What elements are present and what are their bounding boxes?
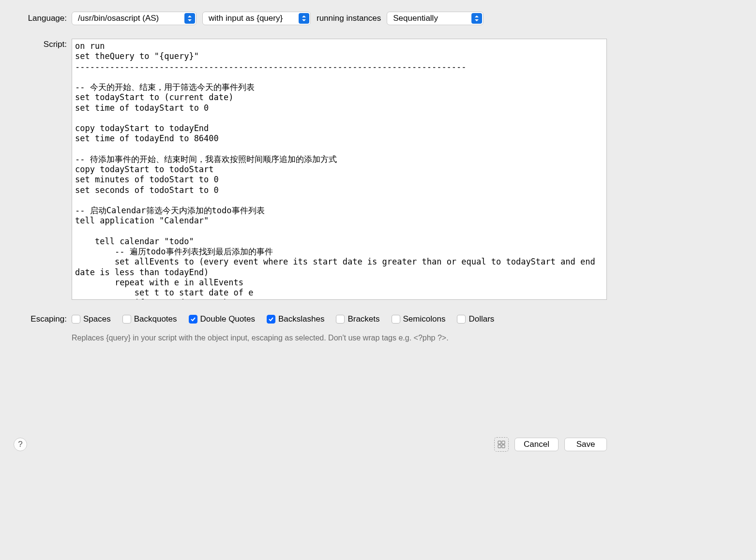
checkbox-icon <box>122 315 131 324</box>
escaping-double-quotes[interactable]: Double Quotes <box>189 314 255 324</box>
checkbox-label: Dollars <box>469 314 494 324</box>
bottom-bar: ? Cancel Save <box>14 437 607 452</box>
chevron-updown-icon <box>184 13 195 24</box>
svg-rect-3 <box>502 445 505 448</box>
checkbox-label: Semicolons <box>403 314 446 324</box>
checkbox-label: Spaces <box>83 314 111 324</box>
checkbox-icon <box>336 315 345 324</box>
checkbox-icon <box>72 315 80 324</box>
checkbox-icon <box>189 315 197 324</box>
cancel-button[interactable]: Cancel <box>514 438 559 451</box>
svg-rect-2 <box>498 445 501 448</box>
escaping-backquotes[interactable]: Backquotes <box>122 314 177 324</box>
script-config-panel: Language: /usr/bin/osascript (AS) with i… <box>0 0 620 460</box>
checkbox-label: Double Quotes <box>200 314 255 324</box>
instances-select-value: Sequentially <box>393 14 438 23</box>
escaping-semicolons[interactable]: Semicolons <box>392 314 446 324</box>
input-mode-select[interactable]: with input as {query} <box>202 12 311 25</box>
escaping-spaces[interactable]: Spaces <box>72 314 111 324</box>
language-label: Language: <box>14 14 67 23</box>
escaping-backslashes[interactable]: Backslashes <box>267 314 324 324</box>
running-instances-label: running instances <box>317 14 381 23</box>
escaping-label: Escaping: <box>14 314 67 324</box>
escaping-brackets[interactable]: Brackets <box>336 314 379 324</box>
checkbox-label: Backslashes <box>278 314 324 324</box>
script-label: Script: <box>14 40 67 49</box>
grid-icon <box>498 441 505 448</box>
checkbox-icon <box>267 315 275 324</box>
checkbox-label: Backquotes <box>134 314 177 324</box>
variable-picker-button[interactable] <box>494 437 509 452</box>
help-button[interactable]: ? <box>14 438 27 451</box>
chevron-updown-icon <box>299 13 309 24</box>
input-mode-select-value: with input as {query} <box>209 14 283 23</box>
script-textarea[interactable]: on run set theQuery to "{query}" -------… <box>72 39 607 300</box>
escaping-hint: Replaces {query} in your script with the… <box>72 334 607 342</box>
checkbox-label: Brackets <box>348 314 379 324</box>
script-row: Script: on run set theQuery to "{query}"… <box>14 39 607 300</box>
checkbox-icon <box>457 315 466 324</box>
escaping-dollars[interactable]: Dollars <box>457 314 494 324</box>
chevron-updown-icon <box>471 13 482 24</box>
instances-select[interactable]: Sequentially <box>387 12 484 25</box>
svg-rect-1 <box>502 441 505 444</box>
language-select-value: /usr/bin/osascript (AS) <box>78 14 159 23</box>
escaping-row: Escaping: Spaces Backquotes Double Quote… <box>14 314 607 324</box>
svg-rect-0 <box>498 441 501 444</box>
save-button[interactable]: Save <box>564 438 607 451</box>
escaping-checkbox-group: Spaces Backquotes Double Quotes Backslas… <box>72 314 494 324</box>
checkbox-icon <box>392 315 400 324</box>
language-row: Language: /usr/bin/osascript (AS) with i… <box>14 12 607 25</box>
bottom-right-group: Cancel Save <box>494 437 607 452</box>
language-select[interactable]: /usr/bin/osascript (AS) <box>72 12 197 25</box>
